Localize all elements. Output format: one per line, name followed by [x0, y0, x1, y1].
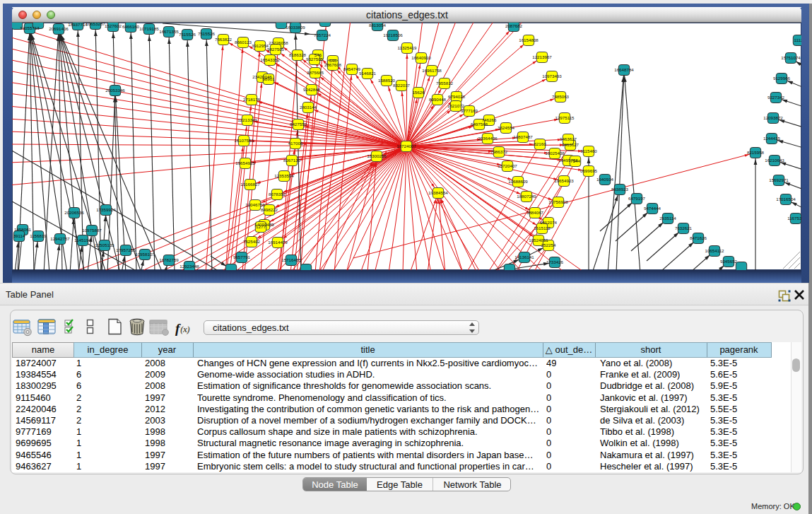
svg-text:12505135: 12505135	[95, 243, 114, 247]
svg-text:18807249: 18807249	[517, 194, 536, 199]
svg-text:3875685: 3875685	[307, 70, 324, 75]
svg-text:39114: 39114	[13, 233, 25, 238]
svg-text:7955812: 7955812	[436, 81, 454, 86]
svg-text:9245652: 9245652	[720, 259, 738, 264]
svg-text:7663822: 7663822	[215, 37, 233, 42]
svg-text:9463627: 9463627	[560, 136, 577, 141]
svg-text:9327505: 9327505	[306, 57, 324, 62]
svg-text:7632621: 7632621	[675, 226, 693, 230]
svg-text:2867608: 2867608	[324, 62, 342, 67]
svg-text:12942757: 12942757	[50, 236, 70, 241]
svg-text:252254: 252254	[541, 243, 556, 247]
svg-text:12093872: 12093872	[763, 115, 783, 120]
svg-text:16671355: 16671355	[159, 29, 179, 34]
svg-text:6479197: 6479197	[628, 196, 646, 201]
svg-text:8498222: 8498222	[261, 207, 278, 212]
svg-text:15716485: 15716485	[281, 257, 301, 262]
svg-text:16210643: 16210643	[765, 158, 784, 163]
svg-text:16154808: 16154808	[519, 37, 539, 42]
svg-text:1858061: 1858061	[14, 227, 32, 232]
svg-text:10046756: 10046756	[245, 202, 265, 207]
svg-text:1640934: 1640934	[596, 177, 614, 182]
svg-text:12213967: 12213967	[532, 54, 552, 59]
svg-text:19654923: 19654923	[554, 178, 574, 183]
svg-text:19654925: 19654925	[235, 160, 255, 165]
svg-text:9129966: 9129966	[773, 76, 791, 81]
svg-text:8938923: 8938923	[611, 187, 629, 192]
svg-text:2803144: 2803144	[300, 105, 317, 110]
svg-text:1527602: 1527602	[105, 23, 122, 28]
svg-text:10958107: 10958107	[135, 252, 155, 257]
svg-text:3912954: 3912954	[252, 43, 269, 48]
svg-text:7986372: 7986372	[490, 149, 508, 154]
svg-text:10653287: 10653287	[86, 23, 105, 26]
svg-text:15626: 15626	[412, 90, 425, 95]
svg-text:9474444: 9474444	[644, 206, 661, 211]
svg-text:6466160: 6466160	[122, 24, 140, 29]
svg-text:6794028: 6794028	[448, 94, 466, 99]
svg-text:1733426: 1733426	[546, 259, 564, 264]
svg-text:1112: 1112	[794, 37, 801, 42]
svg-text:12213349: 12213349	[237, 117, 257, 122]
svg-text:1621072: 1621072	[447, 103, 465, 108]
svg-text:7544: 7544	[570, 158, 580, 163]
svg-text:16782759: 16782759	[159, 257, 179, 262]
svg-text:10719185: 10719185	[139, 26, 159, 31]
svg-text:7515526: 7515526	[198, 31, 216, 36]
svg-text:16648784: 16648784	[614, 67, 634, 72]
svg-text:9227342: 9227342	[767, 95, 785, 100]
svg-text:8678352: 8678352	[269, 192, 286, 197]
svg-text:8322037: 8322037	[393, 83, 411, 88]
svg-text:1167534: 1167534	[787, 216, 801, 221]
svg-text:98901: 98901	[262, 76, 275, 81]
svg-text:18300295: 18300295	[367, 153, 387, 158]
svg-text:8186328: 8186328	[289, 52, 307, 57]
svg-text:10654112: 10654112	[705, 248, 724, 253]
svg-text:10975887: 10975887	[82, 228, 102, 233]
svg-text:7357224: 7357224	[314, 33, 331, 37]
svg-text:9463627: 9463627	[562, 142, 579, 147]
svg-text:8427552: 8427552	[290, 122, 307, 127]
svg-text:7625402: 7625402	[243, 239, 261, 244]
svg-text:14136141: 14136141	[514, 255, 534, 259]
svg-text:19384554: 19384554	[428, 190, 448, 195]
svg-text:0699695: 0699695	[580, 168, 598, 173]
svg-text:1277: 1277	[256, 224, 266, 229]
svg-text:16107553: 16107553	[234, 138, 254, 143]
svg-text:12923448: 12923448	[180, 264, 199, 269]
svg-text:8990448: 8990448	[429, 97, 447, 102]
svg-text:8215958: 8215958	[747, 150, 765, 155]
svg-text:15720407: 15720407	[498, 163, 517, 168]
svg-text:9777169: 9777169	[461, 108, 478, 113]
svg-text:17016504: 17016504	[776, 197, 796, 201]
svg-text:1156819: 1156819	[30, 233, 47, 238]
svg-text:12975115: 12975115	[555, 115, 575, 120]
svg-text:9884067: 9884067	[526, 210, 544, 215]
svg-text:19756928: 19756928	[548, 199, 568, 204]
svg-text:19218506: 19218506	[383, 33, 403, 37]
svg-text:7515526: 7515526	[179, 32, 196, 37]
svg-text:3624554: 3624554	[498, 125, 515, 130]
svg-text:17359924: 17359924	[96, 207, 116, 212]
svg-text:18937714: 18937714	[68, 23, 88, 27]
svg-text:16033809: 16033809	[286, 25, 305, 30]
svg-text:16640910: 16640910	[411, 55, 431, 60]
svg-text:15751074: 15751074	[781, 55, 801, 60]
svg-text:20206536: 20206536	[64, 210, 84, 215]
svg-text:20053346: 20053346	[105, 88, 125, 93]
svg-text:9146821: 9146821	[359, 71, 377, 76]
svg-text:9657791: 9657791	[233, 255, 251, 259]
svg-text:23226058: 23226058	[269, 40, 288, 45]
svg-text:18724007: 18724007	[396, 144, 416, 148]
svg-text:20691406: 20691406	[49, 26, 69, 31]
svg-text:1145194: 1145194	[74, 238, 91, 243]
svg-text:1588520: 1588520	[378, 78, 396, 83]
svg-text:8267130: 8267130	[283, 158, 301, 163]
svg-text:8471626: 8471626	[690, 235, 707, 240]
svg-text:14055713: 14055713	[20, 25, 40, 30]
svg-text:8813054: 8813054	[369, 23, 387, 28]
svg-text:1615112: 1615112	[534, 226, 551, 230]
svg-text:7485063: 7485063	[552, 94, 570, 99]
svg-text:2087682: 2087682	[505, 23, 523, 28]
svg-text:9115460: 9115460	[580, 148, 597, 153]
